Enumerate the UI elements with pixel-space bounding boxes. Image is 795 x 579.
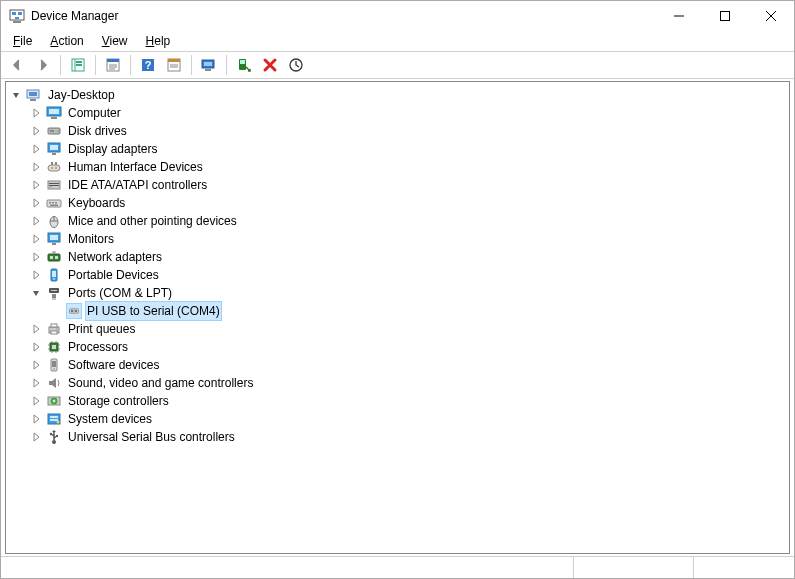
minimize-button[interactable] [656, 1, 702, 31]
tree-node-label: Disk drives [66, 122, 129, 140]
chevron-none [50, 305, 62, 317]
network-icon [46, 249, 62, 265]
chevron-down-icon[interactable] [30, 287, 42, 299]
scan-hardware-button[interactable] [197, 54, 221, 76]
tree-node-label: Portable Devices [66, 266, 161, 284]
tree-category-node[interactable]: Human Interface Devices [6, 158, 789, 176]
statusbar-pane-1 [1, 557, 574, 578]
help-button[interactable]: ? [136, 54, 160, 76]
svg-rect-68 [52, 271, 56, 277]
svg-point-97 [53, 400, 55, 402]
properties-button[interactable] [101, 54, 125, 76]
chevron-right-icon[interactable] [30, 179, 42, 191]
tree-category-node[interactable]: Print queues [6, 320, 789, 338]
chevron-right-icon[interactable] [30, 197, 42, 209]
chevron-right-icon[interactable] [30, 125, 42, 137]
tree-category-node[interactable]: Portable Devices [6, 266, 789, 284]
tree-category-node[interactable]: Computer [6, 104, 789, 122]
tree-category-node[interactable]: Software devices [6, 356, 789, 374]
device-tree[interactable]: Jay-DesktopComputerDisk drivesDisplay ad… [5, 81, 790, 554]
toolbar-separator [191, 55, 192, 75]
chevron-right-icon[interactable] [30, 377, 42, 389]
toolbar-separator [60, 55, 61, 75]
uninstall-device-button[interactable] [258, 54, 282, 76]
menu-view-label-rest: iew [110, 34, 128, 48]
chevron-right-icon[interactable] [30, 161, 42, 173]
tree-category-node[interactable]: Processors [6, 338, 789, 356]
menu-help[interactable]: Help [138, 32, 179, 50]
svg-rect-61 [52, 243, 56, 245]
tree-category-node[interactable]: Disk drives [6, 122, 789, 140]
svg-rect-3 [15, 17, 19, 19]
mouse-icon [46, 213, 62, 229]
maximize-button[interactable] [702, 1, 748, 31]
tree-category-node[interactable]: System devices [6, 410, 789, 428]
sound-icon [46, 375, 62, 391]
options-button[interactable] [162, 54, 186, 76]
tree-category-node[interactable]: Sound, video and game controllers [6, 374, 789, 392]
back-button[interactable] [5, 54, 29, 76]
svg-rect-48 [49, 183, 59, 184]
svg-rect-77 [75, 310, 77, 312]
cpu-icon [46, 339, 62, 355]
chevron-right-icon[interactable] [30, 341, 42, 353]
enable-device-button[interactable] [232, 54, 256, 76]
svg-rect-100 [50, 419, 58, 421]
tree-node-label: Universal Serial Bus controllers [66, 428, 237, 446]
storage-icon [46, 393, 62, 409]
tree-category-node[interactable]: IDE ATA/ATAPI controllers [6, 176, 789, 194]
svg-point-37 [57, 130, 59, 132]
chevron-right-icon[interactable] [30, 431, 42, 443]
svg-point-50 [50, 186, 52, 188]
svg-point-104 [50, 433, 52, 435]
root-icon [26, 87, 42, 103]
tree-node-label: Ports (COM & LPT) [66, 284, 174, 302]
chevron-right-icon[interactable] [30, 323, 42, 335]
chevron-right-icon[interactable] [30, 269, 42, 281]
update-driver-button[interactable] [284, 54, 308, 76]
svg-point-69 [53, 278, 55, 280]
tree-node-label: Print queues [66, 320, 137, 338]
menu-view[interactable]: View [94, 32, 136, 50]
svg-rect-40 [50, 145, 58, 150]
statusbar [1, 556, 794, 578]
tree-node-label: Mice and other pointing devices [66, 212, 239, 230]
tree-category-node[interactable]: Display adapters [6, 140, 789, 158]
chevron-right-icon[interactable] [30, 359, 42, 371]
disk-icon [46, 123, 62, 139]
chevron-down-icon[interactable] [10, 89, 22, 101]
tree-category-node[interactable]: Keyboards [6, 194, 789, 212]
window-controls [656, 1, 794, 31]
chevron-right-icon[interactable] [30, 395, 42, 407]
tree-node-label: Network adapters [66, 248, 164, 266]
tree-category-node[interactable]: Storage controllers [6, 392, 789, 410]
menu-help-label-rest: elp [154, 34, 170, 48]
tree-root-node[interactable]: Jay-Desktop [6, 86, 789, 104]
tree-device-node[interactable]: PI USB to Serial (COM4) [6, 302, 789, 320]
port-icon [46, 285, 62, 301]
tree-category-node[interactable]: Ports (COM & LPT) [6, 284, 789, 302]
toolbar-separator [226, 55, 227, 75]
tree-category-node[interactable]: Universal Serial Bus controllers [6, 428, 789, 446]
close-button[interactable] [748, 1, 794, 31]
tree-node-label: Software devices [66, 356, 161, 374]
forward-button[interactable] [31, 54, 55, 76]
menu-file[interactable]: File [5, 32, 40, 50]
menu-action[interactable]: Action [42, 32, 91, 50]
chevron-right-icon[interactable] [30, 251, 42, 263]
chevron-right-icon[interactable] [30, 215, 42, 227]
tree-category-node[interactable]: Mice and other pointing devices [6, 212, 789, 230]
statusbar-pane-2 [574, 557, 694, 578]
tree-category-node[interactable]: Monitors [6, 230, 789, 248]
tree-category-node[interactable]: Network adapters [6, 248, 789, 266]
svg-rect-6 [721, 12, 730, 21]
svg-rect-105 [56, 435, 58, 437]
chevron-right-icon[interactable] [30, 143, 42, 155]
chevron-right-icon[interactable] [30, 413, 42, 425]
svg-rect-11 [76, 61, 82, 63]
show-hide-console-tree-button[interactable] [66, 54, 90, 76]
chevron-right-icon[interactable] [30, 107, 42, 119]
chevron-right-icon[interactable] [30, 233, 42, 245]
svg-rect-1 [12, 12, 16, 15]
display-icon [46, 141, 62, 157]
